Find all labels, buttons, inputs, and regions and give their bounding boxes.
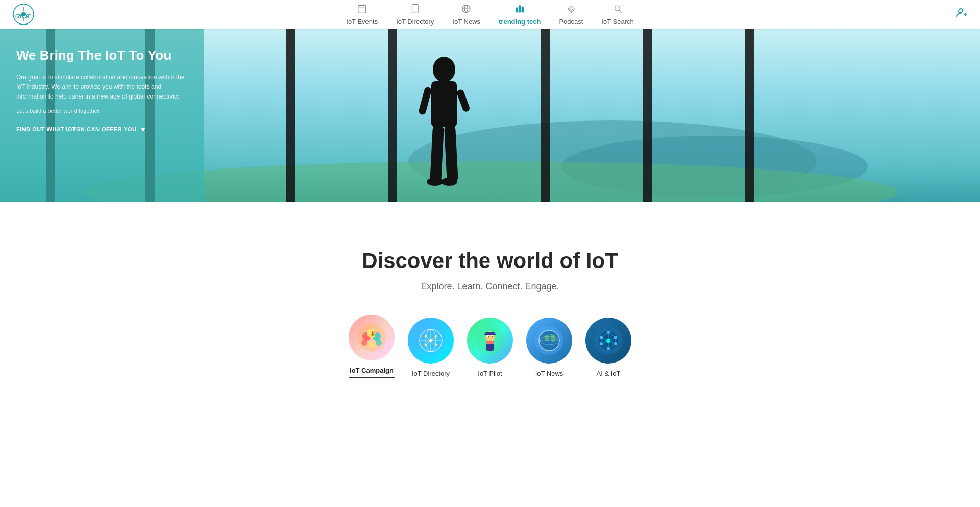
svg-point-20 [615,6,620,11]
icon-item-ai-iot[interactable]: AI & IoT [583,318,634,378]
divider-section [0,202,980,228]
iot-pilot-label: IoT Pilot [478,370,502,378]
hero-title: We Bring The IoT To You [16,47,188,64]
iot-news-icon-circle [526,318,572,364]
bar-chart-icon [514,4,525,16]
hero-section: We Bring The IoT To You Our goal is to s… [0,29,980,202]
nav-iot-news-label: IoT News [452,18,480,26]
icon-item-iot-news[interactable]: IoT News [524,318,575,378]
user-login-button[interactable] [955,7,968,22]
svg-rect-7 [358,5,366,13]
iot-campaign-label: IoT Campaign [349,367,395,378]
logo-icon: IoTGN [12,3,35,26]
iot-directory-icon-circle [408,318,454,364]
discover-icons-row: 🎉 IoT Campaign [10,315,970,378]
nav-iot-directory-label: IoT Directory [396,18,434,26]
iot-pilot-icon-circle [467,318,513,364]
svg-point-49 [361,340,368,346]
svg-point-75 [492,336,493,337]
discover-section: Discover the world of IoT Explore. Learn… [0,228,980,409]
hero-tagline: Let's build a better world together. [16,108,188,114]
ai-iot-icon-circle [585,318,631,364]
nav-iot-events[interactable]: IoT Events [346,4,378,26]
search-icon [612,4,623,16]
icon-item-iot-campaign[interactable]: 🎉 IoT Campaign [346,315,397,378]
header-right [955,7,968,22]
svg-point-50 [376,340,382,346]
hero-overlay: We Bring The IoT To You Our goal is to s… [0,29,204,202]
nav-podcast[interactable]: Podcast [559,4,583,26]
nav-podcast-label: Podcast [559,18,583,26]
discover-subtitle: Explore. Learn. Connect. Engage. [10,281,970,292]
nav-trending-tech-label: trending tech [499,18,541,26]
iot-pilot-illustration [475,325,505,356]
hero-cta-label: FIND OUT WHAT IoTGN CAN OFFER YOU [16,126,136,132]
iot-news-label: IoT News [535,370,564,378]
ai-iot-label: AI & IoT [597,370,621,378]
iot-directory-illustration [415,325,446,356]
nav-iot-search-label: IoT Search [601,18,633,26]
iot-campaign-illustration: 🎉 [356,322,387,353]
svg-text:🎉: 🎉 [370,330,377,337]
calendar-icon [357,4,367,16]
chevron-down-icon: ▼ [139,125,146,133]
icon-item-iot-pilot[interactable]: IoT Pilot [464,318,516,378]
svg-point-22 [959,9,963,13]
discover-title: Discover the world of IoT [10,249,970,273]
iot-campaign-icon-circle: 🎉 [349,315,395,360]
main-header: IoTGN IoT Events IoT Directory IoT News [0,0,980,29]
svg-point-51 [369,342,375,348]
svg-text:IoTGN: IoTGN [15,14,29,19]
logo[interactable]: IoTGN [12,3,35,26]
ai-iot-illustration [593,325,624,356]
svg-rect-69 [484,334,496,335]
hero-body-text: Our goal is to stimulate collaboration a… [16,73,188,102]
person-plus-icon [955,7,968,19]
icon-item-iot-directory[interactable]: IoT Directory [405,318,456,378]
tablet-icon [410,4,420,16]
svg-line-21 [619,10,621,12]
podcast-icon [566,4,576,16]
main-nav: IoT Events IoT Directory IoT News trendi… [346,4,633,26]
nav-iot-events-label: IoT Events [346,18,378,26]
svg-rect-71 [486,344,494,351]
svg-rect-15 [516,8,518,12]
iot-news-illustration [534,325,565,356]
svg-point-74 [488,336,489,337]
svg-rect-17 [522,7,523,12]
divider-line [291,223,689,223]
iot-directory-label: IoT Directory [412,370,450,378]
globe-icon [461,4,472,16]
svg-point-18 [570,6,573,10]
nav-iot-directory[interactable]: IoT Directory [396,4,434,26]
hero-cta-button[interactable]: FIND OUT WHAT IoTGN CAN OFFER YOU ▼ [16,125,147,133]
svg-rect-70 [486,341,494,344]
nav-iot-search[interactable]: IoT Search [601,4,633,26]
nav-trending-tech[interactable]: trending tech [499,4,541,26]
nav-iot-news[interactable]: IoT News [452,4,480,26]
svg-rect-16 [519,6,521,12]
